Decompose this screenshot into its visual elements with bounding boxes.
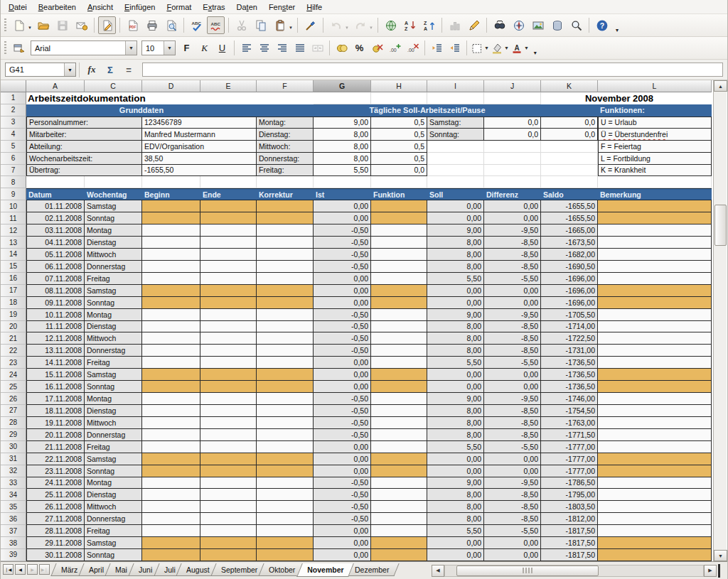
cell-differenz-16[interactable]: -5,50 bbox=[484, 273, 541, 285]
cell-datum-23[interactable]: 14.11.2008 bbox=[26, 357, 85, 369]
cell-funktion-37[interactable] bbox=[371, 525, 427, 537]
weekend-pause[interactable]: 0,0 bbox=[541, 117, 598, 129]
weekday-pause[interactable]: 0,5 bbox=[371, 153, 427, 165]
add-decimal-button[interactable]: .00 bbox=[387, 40, 403, 56]
chevron-down-icon[interactable]: ▼ bbox=[164, 41, 175, 55]
table-header-beginn[interactable]: Beginn bbox=[142, 188, 200, 200]
cell-beginn-39[interactable] bbox=[142, 549, 200, 561]
cell-ende-31[interactable] bbox=[200, 453, 257, 465]
cell-datum-18[interactable]: 09.11.2008 bbox=[26, 297, 85, 309]
cell-soll-31[interactable]: 0,00 bbox=[427, 453, 484, 465]
grunddaten-value[interactable]: EDV/Organisation bbox=[142, 141, 257, 153]
merge-cells-button[interactable] bbox=[309, 40, 326, 56]
column-header-D[interactable]: D bbox=[142, 80, 200, 92]
delete-decimal-button[interactable]: .00 bbox=[405, 40, 421, 56]
row-header-30[interactable]: 30 bbox=[1, 441, 26, 453]
cell-beginn-11[interactable] bbox=[142, 212, 200, 224]
menu-item-ansicht[interactable]: Ansicht bbox=[82, 1, 119, 13]
weekday-label[interactable]: Dienstag: bbox=[257, 129, 314, 141]
cell-saldo-30[interactable]: -1777,00 bbox=[541, 441, 598, 453]
cell-soll-21[interactable]: 8,00 bbox=[427, 332, 484, 345]
cell[interactable] bbox=[257, 176, 314, 188]
cell-ist-27[interactable]: -0,50 bbox=[314, 405, 371, 417]
cell-bemerkung-29[interactable] bbox=[598, 429, 712, 441]
cell-saldo-18[interactable]: -1696,00 bbox=[541, 297, 598, 309]
cell-bemerkung-22[interactable] bbox=[598, 345, 712, 357]
cell-bemerkung-14[interactable] bbox=[598, 249, 712, 261]
row-header-35[interactable]: 35 bbox=[1, 501, 26, 513]
cell-ist-10[interactable]: 0,00 bbox=[314, 200, 371, 212]
cell[interactable] bbox=[371, 176, 427, 188]
find-and-replace-button[interactable] bbox=[491, 16, 508, 34]
cell-saldo-33[interactable]: -1786,50 bbox=[541, 477, 598, 489]
cell-differenz-17[interactable]: 0,00 bbox=[484, 285, 541, 297]
font-name-combobox[interactable]: Arial ▼ bbox=[31, 40, 137, 55]
column-header-A[interactable]: A bbox=[26, 80, 85, 92]
cell-wochentag-38[interactable]: Samstag bbox=[85, 537, 142, 549]
cell-wochentag-17[interactable]: Samstag bbox=[85, 285, 142, 297]
cell-differenz-32[interactable]: 0,00 bbox=[484, 465, 541, 477]
row-header-7[interactable]: 7 bbox=[1, 165, 26, 177]
cell[interactable] bbox=[427, 153, 484, 165]
cell-soll-29[interactable]: 8,00 bbox=[427, 429, 484, 441]
grunddaten-label[interactable]: Mitarbeiter: bbox=[26, 129, 142, 141]
navigator-button[interactable] bbox=[510, 16, 528, 34]
row-header-27[interactable]: 27 bbox=[1, 405, 26, 417]
weekday-hours[interactable]: 8,00 bbox=[314, 141, 371, 153]
grunddaten-label[interactable]: Wochenarbeitszeit: bbox=[26, 153, 142, 165]
save-button[interactable] bbox=[53, 16, 71, 34]
cell-bemerkung-33[interactable] bbox=[598, 477, 712, 489]
cell-differenz-39[interactable]: 0,00 bbox=[484, 549, 541, 561]
funktion-legend[interactable]: U = Urlaub bbox=[598, 117, 712, 129]
cell-differenz-12[interactable]: -9,50 bbox=[484, 224, 541, 237]
cell-saldo-28[interactable]: -1763,00 bbox=[541, 417, 598, 429]
cell-datum-14[interactable]: 05.11.2008 bbox=[26, 249, 85, 261]
cell-wochentag-14[interactable]: Mittwoch bbox=[85, 249, 142, 261]
font-size-combobox[interactable]: 10 ▼ bbox=[141, 40, 176, 55]
cell[interactable] bbox=[484, 141, 541, 153]
cell-funktion-21[interactable] bbox=[371, 332, 427, 345]
cell-datum-37[interactable]: 28.11.2008 bbox=[26, 525, 85, 537]
cell-ist-26[interactable]: -0,50 bbox=[314, 393, 371, 405]
export-as-pdf-button[interactable]: PDF bbox=[124, 16, 141, 34]
menu-item-bearbeiten[interactable]: Bearbeiten bbox=[33, 1, 82, 13]
weekend-label[interactable]: Sonntag: bbox=[427, 129, 484, 141]
cell-bemerkung-13[interactable] bbox=[598, 237, 712, 249]
cell-datum-27[interactable]: 18.11.2008 bbox=[26, 405, 85, 417]
cell-funktion-35[interactable] bbox=[371, 501, 427, 513]
cell-saldo-11[interactable]: -1655,50 bbox=[541, 212, 598, 224]
cell-korrektur-14[interactable] bbox=[257, 249, 314, 261]
cell-korrektur-21[interactable] bbox=[257, 332, 314, 345]
cell-saldo-36[interactable]: -1812,00 bbox=[541, 513, 598, 525]
cell-funktion-27[interactable] bbox=[371, 405, 427, 417]
menu-item-hilfe[interactable]: Hilfe bbox=[301, 1, 328, 13]
cell-beginn-12[interactable] bbox=[142, 224, 200, 237]
menu-item-datei[interactable]: Datei bbox=[3, 1, 33, 13]
cell-korrektur-39[interactable] bbox=[257, 549, 314, 561]
cell-datum-33[interactable]: 24.11.2008 bbox=[26, 477, 85, 489]
row-header-13[interactable]: 13 bbox=[1, 237, 26, 249]
underline-button[interactable]: U bbox=[214, 40, 230, 56]
cell-beginn-13[interactable] bbox=[142, 237, 200, 249]
funktion-legend[interactable]: K = Krankheit bbox=[598, 165, 712, 177]
cell-bemerkung-12[interactable] bbox=[598, 224, 712, 237]
row-header-37[interactable]: 37 bbox=[1, 525, 26, 537]
cell[interactable] bbox=[371, 92, 427, 104]
cell-differenz-14[interactable]: -8,50 bbox=[484, 249, 541, 261]
cell-ist-32[interactable]: 0,00 bbox=[314, 465, 371, 477]
cell-wochentag-26[interactable]: Montag bbox=[85, 393, 142, 405]
cell-beginn-21[interactable] bbox=[142, 332, 200, 345]
weekday-pause[interactable]: 0,5 bbox=[371, 129, 427, 141]
sum-button[interactable]: Σ bbox=[102, 62, 119, 77]
show-draw-functions-button[interactable] bbox=[465, 16, 483, 34]
row-header-18[interactable]: 18 bbox=[1, 297, 26, 309]
cell-soll-14[interactable]: 8,00 bbox=[427, 249, 484, 261]
cell-soll-28[interactable]: 8,00 bbox=[427, 417, 484, 429]
weekday-label[interactable]: Donnerstag: bbox=[257, 153, 314, 165]
cell-wochentag-33[interactable]: Montag bbox=[85, 477, 142, 489]
row-header-10[interactable]: 10 bbox=[1, 200, 26, 212]
cell-soll-15[interactable]: 8,00 bbox=[427, 261, 484, 273]
cell-soll-24[interactable]: 0,00 bbox=[427, 369, 484, 381]
row-header-8[interactable]: 8 bbox=[1, 176, 26, 188]
cell-ende-26[interactable] bbox=[200, 393, 257, 405]
